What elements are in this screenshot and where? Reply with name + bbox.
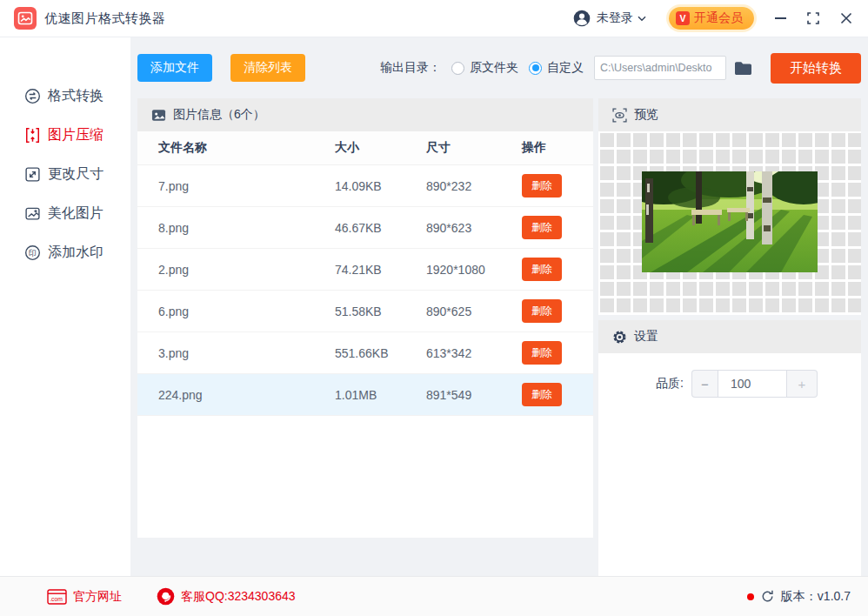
image-info-icon — [151, 108, 166, 123]
table-row[interactable]: 224.png 1.01MB 891*549 删除 — [137, 374, 593, 416]
quality-stepper: − + — [691, 370, 818, 398]
preview-image[interactable] — [642, 171, 818, 272]
version-label: 版本：v1.0.7 — [781, 589, 851, 605]
svg-text:.com: .com — [50, 596, 63, 602]
output-dir-label: 输出目录： — [380, 60, 441, 76]
support-qq-link[interactable]: 客服QQ:3234303643 — [157, 587, 296, 606]
svg-text:V: V — [679, 13, 685, 23]
sidebar-item-beautify[interactable]: 美化图片 — [0, 200, 130, 226]
vip-badge-icon: V — [676, 11, 690, 25]
delete-button[interactable]: 删除 — [522, 216, 562, 239]
radio-original-folder[interactable]: 原文件夹 — [451, 60, 518, 76]
radio-custom-folder[interactable]: 自定义 — [529, 60, 584, 76]
file-name-cell: 7.png — [158, 179, 335, 193]
add-files-button[interactable]: 添加文件 — [137, 54, 212, 82]
table-row[interactable]: 3.png 551.66KB 613*342 删除 — [137, 332, 593, 374]
file-dimensions-cell: 613*342 — [426, 346, 522, 360]
maximize-icon — [807, 12, 819, 24]
column-size: 大小 — [335, 140, 426, 156]
svg-text:印: 印 — [29, 248, 37, 257]
sidebar-item-watermark[interactable]: 印 添加水印 — [0, 239, 130, 265]
maximize-button[interactable] — [807, 12, 819, 24]
compress-icon — [24, 127, 41, 144]
settings-title: 设置 — [634, 329, 658, 345]
radio-original-folder-label: 原文件夹 — [470, 60, 518, 76]
column-operation: 操作 — [522, 140, 593, 156]
file-table-panel: 图片信息（6个） 文件名称 大小 尺寸 操作 7.png 14.09KB 890… — [137, 98, 593, 538]
radio-custom-folder-label: 自定义 — [547, 60, 584, 76]
column-dimensions: 尺寸 — [426, 140, 522, 156]
preview-section: 预览 — [598, 98, 861, 315]
chevron-down-icon[interactable] — [638, 16, 646, 22]
file-name-cell: 6.png — [158, 305, 335, 318]
file-size-cell: 51.58KB — [335, 305, 426, 318]
file-size-cell: 46.67KB — [335, 221, 426, 235]
file-dimensions-cell: 1920*1080 — [426, 263, 522, 277]
refresh-icon — [761, 590, 774, 603]
sidebar-item-image-compress[interactable]: 图片压缩 — [0, 122, 130, 148]
table-row[interactable]: 6.png 51.58KB 890*625 删除 — [137, 291, 593, 332]
radio-custom-folder-control[interactable] — [529, 62, 542, 75]
file-name-cell: 8.png — [158, 221, 335, 235]
minimize-icon — [775, 17, 786, 19]
sidebar-item-format-convert[interactable]: 格式转换 — [0, 83, 130, 109]
headset-icon — [157, 587, 175, 606]
file-table-body: 7.png 14.09KB 890*232 删除 8.png 46.67KB 8… — [137, 165, 593, 538]
file-dimensions-cell: 890*625 — [426, 305, 522, 318]
login-status[interactable]: 未登录 — [597, 10, 633, 26]
quality-row: 品质: − + — [598, 370, 861, 398]
quality-decrease-button[interactable]: − — [691, 370, 718, 398]
radio-original-folder-control[interactable] — [451, 62, 464, 75]
close-button[interactable] — [840, 12, 852, 24]
sidebar-item-label: 添加水印 — [48, 244, 103, 262]
clear-list-button[interactable]: 清除列表 — [230, 54, 305, 82]
settings-header: 设置 — [598, 320, 861, 353]
app-logo-icon — [14, 7, 37, 30]
watermark-icon: 印 — [24, 244, 41, 261]
table-row[interactable]: 7.png 14.09KB 890*232 删除 — [137, 165, 593, 207]
sidebar-item-resize[interactable]: 更改尺寸 — [0, 161, 130, 187]
column-file-name: 文件名称 — [158, 140, 335, 156]
quality-input[interactable] — [718, 370, 787, 398]
delete-button[interactable]: 删除 — [522, 258, 562, 281]
status-dot — [747, 593, 754, 600]
resize-icon — [24, 166, 41, 183]
start-convert-button[interactable]: 开始转换 — [771, 53, 861, 84]
dotcom-icon: .com — [47, 589, 67, 605]
output-path-input[interactable] — [594, 56, 726, 80]
support-qq-label: 客服QQ:3234303643 — [181, 589, 296, 605]
table-section-title: 图片信息（6个） — [173, 107, 265, 123]
delete-button[interactable]: 删除 — [522, 341, 562, 365]
preview-header: 预览 — [598, 98, 861, 131]
sidebar: 格式转换 图片压缩 更改尺寸 — [0, 37, 130, 576]
delete-button[interactable]: 删除 — [522, 174, 562, 198]
file-size-cell: 74.21KB — [335, 263, 426, 277]
delete-button[interactable]: 删除 — [522, 383, 562, 406]
beautify-icon — [24, 205, 41, 222]
file-dimensions-cell: 890*623 — [426, 221, 522, 235]
footer: .com 官方网址 客服QQ:3234303643 版本：v1.0.7 — [0, 576, 868, 616]
file-size-cell: 14.09KB — [335, 179, 426, 193]
table-row[interactable]: 2.png 74.21KB 1920*1080 删除 — [137, 249, 593, 291]
file-name-cell: 2.png — [158, 263, 335, 277]
official-website-link[interactable]: .com 官方网址 — [47, 589, 122, 605]
open-vip-button[interactable]: V 开通会员 — [669, 7, 754, 30]
quality-label: 品质: — [656, 376, 684, 392]
app-window: 优速图片格式转换器 未登录 V 开通会员 — [0, 0, 868, 616]
table-column-header: 文件名称 大小 尺寸 操作 — [137, 131, 593, 165]
file-size-cell: 1.01MB — [335, 388, 426, 402]
preview-eye-icon — [612, 108, 627, 123]
table-row[interactable]: 8.png 46.67KB 890*623 删除 — [137, 207, 593, 249]
quality-increase-button[interactable]: + — [787, 370, 818, 398]
delete-button[interactable]: 删除 — [522, 299, 562, 323]
file-dimensions-cell: 891*549 — [426, 388, 522, 402]
minimize-button[interactable] — [775, 17, 786, 19]
format-convert-icon — [24, 88, 41, 104]
file-name-cell: 3.png — [158, 346, 335, 360]
check-update-button[interactable] — [761, 590, 774, 603]
folder-icon — [734, 61, 752, 76]
sidebar-item-label: 更改尺寸 — [48, 165, 103, 184]
gear-icon — [612, 330, 627, 345]
file-size-cell: 551.66KB — [335, 346, 426, 360]
browse-folder-button[interactable] — [734, 61, 752, 76]
